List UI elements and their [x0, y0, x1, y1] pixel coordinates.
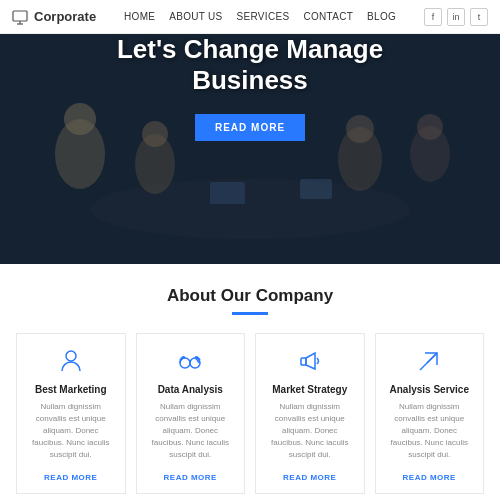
card-data-analysis: Data Analysis Nullam dignissim convallis…: [136, 333, 246, 494]
speaker-icon: [266, 346, 354, 376]
logo-text: Corporate: [34, 9, 96, 24]
svg-rect-0: [13, 11, 27, 21]
nav-home[interactable]: HOME: [124, 11, 155, 22]
main-nav: HOME ABOUT US SERVICES CONTACT BLOG: [124, 11, 396, 22]
card-link-3[interactable]: READ MORE: [403, 473, 456, 482]
card-market-strategy: Market Strategy Nullam dignissim convall…: [255, 333, 365, 494]
linkedin-icon[interactable]: in: [447, 8, 465, 26]
facebook-icon[interactable]: f: [424, 8, 442, 26]
card-title-3: Analysis Service: [386, 384, 474, 395]
card-link-1[interactable]: READ MORE: [164, 473, 217, 482]
hero-title: Let's Change Manage Business: [30, 34, 470, 96]
hero-content: Let's Change Manage Business READ MORE: [0, 34, 500, 141]
card-title-2: Market Strategy: [266, 384, 354, 395]
nav-contact[interactable]: CONTACT: [303, 11, 353, 22]
read-more-button[interactable]: READ MORE: [195, 114, 305, 141]
feature-cards: Best Marketing Nullam dignissim convalli…: [16, 333, 484, 494]
header: Corporate HOME ABOUT US SERVICES CONTACT…: [0, 0, 500, 34]
card-title-1: Data Analysis: [147, 384, 235, 395]
hero-section: Let's Change Manage Business READ MORE: [0, 34, 500, 264]
card-title-0: Best Marketing: [27, 384, 115, 395]
logo: Corporate: [12, 9, 96, 25]
person-icon: [27, 346, 115, 376]
title-underline: [232, 312, 268, 315]
card-text-2: Nullam dignissim convallis est unique al…: [266, 401, 354, 461]
nav-about[interactable]: ABOUT US: [169, 11, 222, 22]
svg-point-16: [66, 351, 76, 361]
twitter-icon[interactable]: t: [470, 8, 488, 26]
card-text-1: Nullam dignissim convallis est unique al…: [147, 401, 235, 461]
nav-blog[interactable]: BLOG: [367, 11, 396, 22]
arrow-icon: [386, 346, 474, 376]
nav-services[interactable]: SERVICES: [237, 11, 290, 22]
about-section: About Our Company Best Marketing Nullam …: [0, 264, 500, 500]
about-title: About Our Company: [16, 286, 484, 306]
glasses-icon: [147, 346, 235, 376]
logo-icon: [12, 9, 28, 25]
card-best-marketing: Best Marketing Nullam dignissim convalli…: [16, 333, 126, 494]
card-link-2[interactable]: READ MORE: [283, 473, 336, 482]
card-link-0[interactable]: READ MORE: [44, 473, 97, 482]
card-text-0: Nullam dignissim convallis est unique al…: [27, 401, 115, 461]
card-analysis-service: Analysis Service Nullam dignissim conval…: [375, 333, 485, 494]
social-links: f in t: [424, 8, 488, 26]
card-text-3: Nullam dignissim convallis est unique al…: [386, 401, 474, 461]
